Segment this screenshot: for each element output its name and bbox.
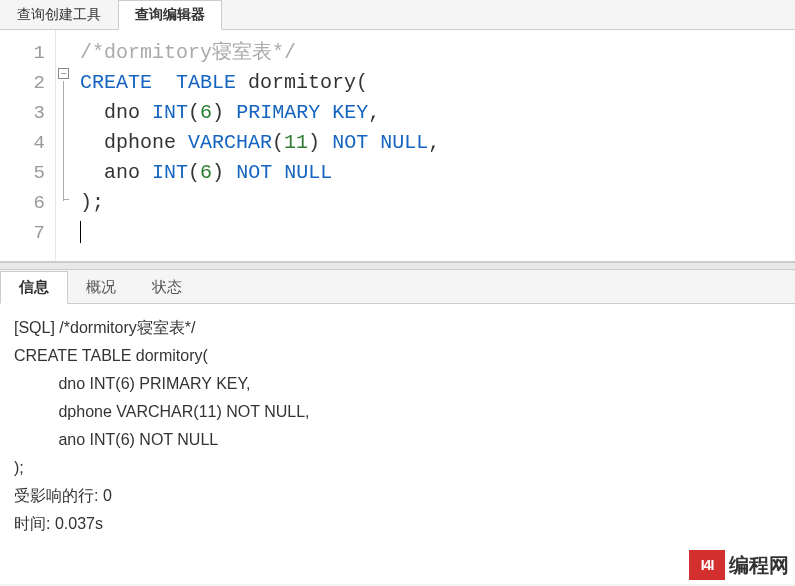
sql-editor[interactable]: 1 2 3 4 5 6 7 − /*dormitory寝室表*/ CREATE … xyxy=(0,30,795,262)
watermark-label: 编程网 xyxy=(729,552,789,579)
code-content[interactable]: /*dormitory寝室表*/ CREATE TABLE dormitory(… xyxy=(76,30,795,261)
tab-profile[interactable]: 概况 xyxy=(68,272,134,303)
tab-query-builder[interactable]: 查询创建工具 xyxy=(0,0,118,29)
fold-column: − xyxy=(56,30,76,261)
fold-toggle-icon[interactable]: − xyxy=(58,68,69,79)
pane-divider[interactable] xyxy=(0,262,795,270)
line-gutter: 1 2 3 4 5 6 7 xyxy=(0,30,56,261)
output-panel: [SQL] /*dormitory寝室表*/ CREATE TABLE dorm… xyxy=(0,304,795,584)
bottom-tabs: 信息 概况 状态 xyxy=(0,270,795,304)
tab-info[interactable]: 信息 xyxy=(0,271,68,304)
tab-query-editor[interactable]: 查询编辑器 xyxy=(118,0,222,30)
tab-status[interactable]: 状态 xyxy=(134,272,200,303)
watermark: I4I 编程网 xyxy=(689,550,789,580)
output-text: [SQL] /*dormitory寝室表*/ CREATE TABLE dorm… xyxy=(14,314,781,538)
top-tabs: 查询创建工具 查询编辑器 xyxy=(0,0,795,30)
watermark-logo-icon: I4I xyxy=(689,550,725,580)
